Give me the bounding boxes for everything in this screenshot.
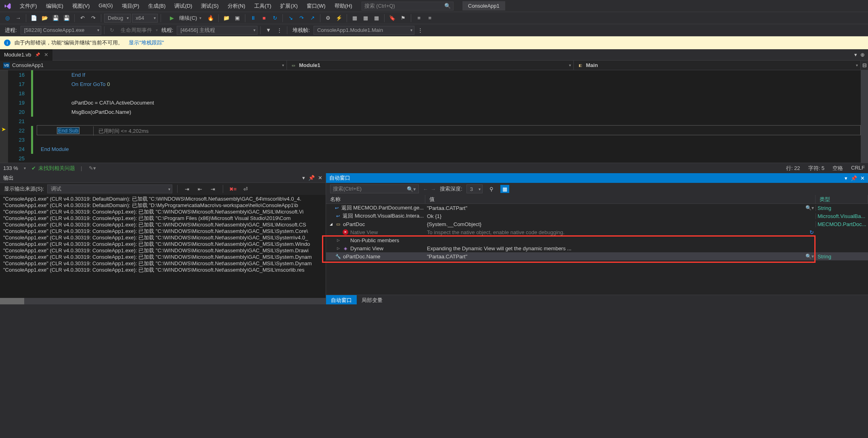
goto-icon[interactable]: ⇥ — [182, 184, 192, 194]
close-pane-icon[interactable]: ✕ — [318, 175, 322, 181]
zoom-level[interactable]: 133 % — [3, 165, 18, 171]
dropdown-icon[interactable]: ▾ — [845, 175, 847, 181]
step-into-icon[interactable]: ↘ — [286, 13, 295, 23]
code-line[interactable] — [37, 89, 861, 98]
nav-split-icon[interactable]: ⊟ — [861, 61, 868, 70]
menu-item[interactable]: Git(G) — [94, 0, 117, 12]
list-icon[interactable]: ≡ — [414, 13, 424, 23]
status-indent[interactable]: 空格 — [832, 165, 843, 172]
menu-item[interactable]: 调试(D) — [170, 0, 197, 12]
status-eol[interactable]: CRLF — [851, 165, 865, 172]
menu-item[interactable]: 分析(N) — [223, 0, 250, 12]
autos-tab[interactable]: 局部变量 — [357, 295, 387, 304]
save-icon[interactable]: 💾 — [51, 13, 61, 23]
col-value[interactable]: 值 — [425, 195, 816, 203]
expand-icon[interactable]: ▷ — [336, 238, 341, 242]
code-line[interactable]: MsgBox(oPartDoc.Name) — [37, 107, 861, 117]
grid-row[interactable]: ▷◈Dynamic ViewExpanding the Dynamic View… — [326, 244, 868, 252]
autos-titlebar[interactable]: 自动窗口 ▾ 📌 ✕ — [326, 173, 868, 183]
filter-icon[interactable]: ⚲ — [487, 184, 496, 194]
tab-add-icon[interactable]: ⊕ — [860, 52, 865, 58]
status-col[interactable]: 字符: 5 — [808, 165, 824, 172]
autos-tab[interactable]: 自动窗口 — [326, 295, 357, 304]
refresh-icon[interactable]: ↻ — [809, 229, 814, 235]
stack-opts-icon[interactable]: ⋮ — [416, 25, 425, 35]
toolbox2-icon[interactable]: ▦ — [361, 13, 370, 23]
visualizer-icon[interactable]: 🔍▾ — [805, 254, 814, 259]
visualizer-icon[interactable]: 🔍▾ — [805, 205, 814, 211]
window-icon[interactable]: ▣ — [232, 13, 242, 23]
menu-item[interactable]: 视图(V) — [68, 0, 94, 12]
show-stacktrace-link[interactable]: 显示"堆栈跟踪" — [129, 39, 164, 46]
grid-row[interactable]: ▷✕Native ViewTo inspect the native objec… — [326, 228, 868, 236]
pin-pane-icon[interactable]: 📌 — [851, 175, 857, 181]
code-line[interactable]: End Sub — [37, 126, 861, 135]
autos-search-input[interactable]: 搜索(Ctrl+E) 🔍▾ — [330, 184, 419, 193]
tab-overflow-icon[interactable]: ▾ — [854, 52, 857, 58]
clear-icon[interactable]: ✖≡ — [228, 184, 238, 194]
filter-icon[interactable]: ▼ — [264, 25, 273, 35]
step-over-icon[interactable]: ↷ — [297, 13, 306, 23]
document-tab[interactable]: Module1.vb 📌 ✕ — [0, 49, 52, 61]
breakpoint-gutter[interactable]: ➤ — [0, 70, 8, 163]
debug-tool-icon[interactable]: ⚙ — [323, 13, 333, 23]
code-line[interactable] — [37, 117, 861, 126]
thread-combo[interactable]: [46456] 主线程 — [177, 26, 257, 35]
wrap-icon[interactable]: ⏎ — [241, 184, 251, 194]
flag-icon[interactable]: ⚑ — [398, 13, 408, 23]
redo-icon[interactable]: ↷ — [88, 13, 98, 23]
code-line[interactable]: On Error GoTo 0 — [37, 80, 861, 89]
hot-reload-icon[interactable]: 🔥 — [206, 13, 215, 23]
nav-module-combo[interactable]: ▭ Module1 — [287, 61, 574, 70]
nav-back-icon[interactable]: ◎ — [2, 13, 12, 23]
code-line[interactable] — [37, 135, 861, 145]
open-icon[interactable]: 📂 — [40, 13, 50, 23]
menu-item[interactable]: 扩展(X) — [276, 0, 302, 12]
prev-icon[interactable]: ⇤ — [195, 184, 205, 194]
depth-combo[interactable]: 3 — [466, 184, 483, 193]
status-line[interactable]: 行: 22 — [786, 165, 800, 172]
close-icon[interactable]: ✕ — [44, 52, 48, 58]
output-source-combo[interactable]: 调试 — [47, 184, 172, 193]
menu-item[interactable]: 窗口(W) — [302, 0, 330, 12]
nav-project-combo[interactable]: VB ConsoleApp1 — [0, 61, 287, 70]
menu-item[interactable]: 编辑(E) — [42, 0, 68, 12]
new-item-icon[interactable]: 📄 — [29, 13, 39, 23]
stop-icon[interactable]: ■ — [259, 13, 269, 23]
code-editor[interactable]: ➤ 16171819202122232425 End IfOn Error Go… — [0, 70, 868, 163]
restart-icon[interactable]: ↻ — [270, 13, 280, 23]
expand-icon[interactable]: ▷ — [336, 246, 341, 250]
process-combo[interactable]: [58228] ConsoleApp1.exe — [21, 26, 101, 35]
next-match-icon[interactable]: → — [431, 186, 436, 192]
menu-item[interactable]: 生成(B) — [144, 0, 170, 12]
menu-item[interactable]: 工具(T) — [250, 0, 276, 12]
menu-item[interactable]: 帮助(H) — [330, 0, 357, 12]
grid-row[interactable]: ▷↩返回 Microsoft.VisualBasic.Intera...Ok {… — [326, 212, 868, 220]
dropdown-icon[interactable]: ▾ — [302, 175, 305, 181]
pin-pane-icon[interactable]: 📌 — [308, 175, 315, 181]
output-titlebar[interactable]: 输出 ▾ 📌 ✕ — [0, 173, 326, 183]
pause-icon[interactable]: ⏸ — [248, 13, 258, 23]
toolbox3-icon[interactable]: ▦ — [372, 13, 381, 23]
platform-combo[interactable]: x64 — [132, 14, 158, 23]
toolbox1-icon[interactable]: ▦ — [350, 13, 360, 23]
thread-opts-icon[interactable]: ⋮ — [274, 25, 284, 35]
folder-icon[interactable]: 📁 — [222, 13, 231, 23]
code-line[interactable]: End Module — [37, 145, 861, 154]
output-hscrollbar[interactable] — [0, 298, 326, 304]
continue-button[interactable]: ▶ 继续(C) ▾ — [164, 13, 205, 23]
bookmark-icon[interactable]: 🔖 — [387, 13, 397, 23]
lifecycle-icon[interactable]: ↻ — [107, 25, 117, 35]
menu-item[interactable]: 项目(P) — [117, 0, 144, 12]
menu-item[interactable]: 文件(F) — [15, 0, 42, 12]
col-type[interactable]: 类型 — [816, 195, 868, 203]
save-all-icon[interactable]: 💾 — [62, 13, 71, 23]
grid-row[interactable]: ▷🔧oPartDoc.Name"Partaa.CATPart"🔍▾String — [326, 252, 868, 260]
code-line[interactable]: oPartDoc = CATIA.ActiveDocument — [37, 98, 861, 107]
stackframe-combo[interactable]: ConsoleApp1.Module1.Main — [314, 26, 414, 35]
pin-icon[interactable]: 📌 — [35, 52, 40, 57]
grid-row[interactable]: ▷↩返回 MECMOD.PartDocument.ge..."Partaa.CA… — [326, 204, 868, 212]
prev-match-icon[interactable]: ← — [423, 186, 428, 192]
list2-icon[interactable]: ≡ — [425, 13, 435, 23]
col-name[interactable]: 名称 — [326, 195, 425, 203]
